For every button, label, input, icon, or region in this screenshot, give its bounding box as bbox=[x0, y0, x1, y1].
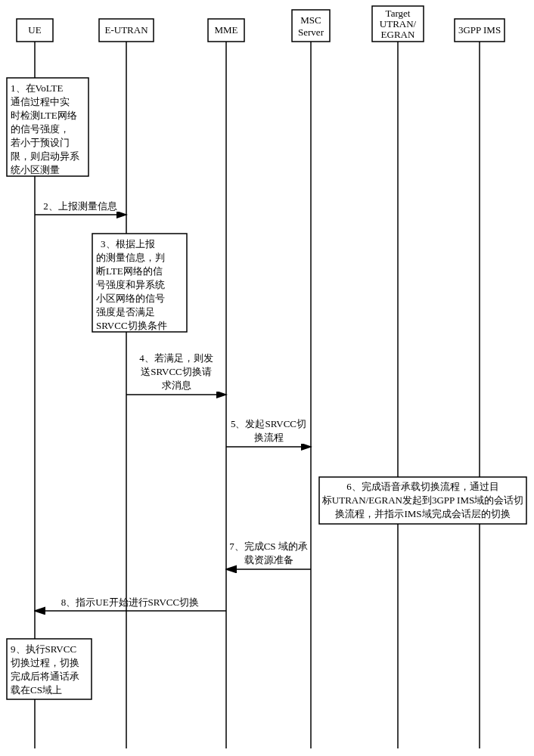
event-7-label-2: 载资源准备 bbox=[244, 554, 293, 565]
svg-text:统小区测量: 统小区测量 bbox=[11, 164, 60, 175]
event-9: 9、执行SRVCC 切换过程，切换 完成后将通话承 载在CS域上 bbox=[7, 639, 92, 699]
svg-text:强度是否满足: 强度是否满足 bbox=[96, 306, 155, 318]
svg-text:1、在VoLTE: 1、在VoLTE bbox=[11, 82, 63, 94]
svg-text:通信过程中实: 通信过程中实 bbox=[11, 96, 70, 107]
svg-text:SRVCC切换条件: SRVCC切换条件 bbox=[96, 320, 167, 331]
actor-mme-label: MME bbox=[214, 24, 238, 36]
event-3: 3、根据上报 的测量信息，判 断LTE网络的信 号强度和异系统 小区网络的信号 … bbox=[92, 234, 187, 332]
event-4: 4、若满足，则发 送SRVCC切换请 求消息 bbox=[126, 352, 226, 395]
event-7-label-1: 7、完成CS 域的承 bbox=[229, 541, 308, 552]
svg-text:的信号强度，: 的信号强度， bbox=[11, 123, 70, 135]
actor-ims-label: 3GPP IMS bbox=[458, 24, 501, 36]
actor-eutran-label: E-UTRAN bbox=[104, 24, 148, 36]
svg-text:若小于预设门: 若小于预设门 bbox=[11, 137, 70, 148]
svg-text:断LTE网络的信: 断LTE网络的信 bbox=[96, 265, 163, 277]
actor-ue-label: UE bbox=[28, 24, 41, 36]
event-6-label-3: 换流程，并指示IMS域完成会话层的切换 bbox=[335, 508, 510, 519]
svg-text:载在CS域上: 载在CS域上 bbox=[11, 684, 62, 696]
svg-text:的测量信息，判: 的测量信息，判 bbox=[96, 252, 165, 263]
svg-text:号强度和异系统: 号强度和异系统 bbox=[96, 279, 165, 290]
event-2-label: 2、上报测量信息 bbox=[43, 200, 117, 212]
svg-text:小区网络的信号: 小区网络的信号 bbox=[96, 293, 165, 304]
event-8-label: 8、指示UE开始进行SRVCC切换 bbox=[61, 596, 199, 608]
actor-target: Target UTRAN/ EGRAN bbox=[372, 6, 424, 748]
actor-msc: MSC Server bbox=[292, 10, 330, 748]
actor-msc-label-1: MSC bbox=[300, 14, 321, 26]
svg-text:完成后将通话承: 完成后将通话承 bbox=[11, 671, 79, 682]
event-5-label-1: 5、发起SRVCC切 bbox=[231, 418, 306, 429]
event-6-label-1: 6、完成语音承载切换流程，通过目 bbox=[346, 481, 499, 492]
event-7: 7、完成CS 域的承 载资源准备 bbox=[226, 541, 311, 569]
actor-msc-label-2: Server bbox=[298, 26, 324, 38]
event-4-label-3: 求消息 bbox=[162, 380, 191, 391]
event-6: 6、完成语音承载切换流程，通过目 标UTRAN/EGRAN发起到3GPP IMS… bbox=[319, 477, 526, 524]
event-2: 2、上报测量信息 bbox=[35, 200, 126, 215]
actor-target-label-1: Target bbox=[386, 8, 411, 19]
svg-text:限，则启动异系: 限，则启动异系 bbox=[11, 150, 79, 162]
svg-text:9、执行SRVCC: 9、执行SRVCC bbox=[11, 643, 76, 655]
actor-target-label-2: UTRAN/ bbox=[380, 18, 417, 29]
actor-target-label-3: EGRAN bbox=[381, 29, 415, 40]
event-4-label-1: 4、若满足，则发 bbox=[139, 352, 213, 364]
actor-ims: 3GPP IMS bbox=[455, 19, 505, 748]
event-5: 5、发起SRVCC切 换流程 bbox=[226, 418, 311, 447]
event-4-label-2: 送SRVCC切换请 bbox=[141, 366, 212, 377]
svg-text:切换过程，切换: 切换过程，切换 bbox=[11, 657, 79, 668]
event-5-label-2: 换流程 bbox=[254, 432, 284, 443]
actor-mme: MME bbox=[208, 19, 244, 748]
event-8: 8、指示UE开始进行SRVCC切换 bbox=[35, 596, 226, 611]
actor-eutran: E-UTRAN bbox=[99, 19, 154, 748]
event-1: 1、在VoLTE 通信过程中实 时检测LTE网络 的信号强度， 若小于预设门 限… bbox=[7, 78, 88, 176]
event-6-label-2: 标UTRAN/EGRAN发起到3GPP IMS域的会话切 bbox=[321, 494, 523, 506]
svg-text:3、根据上报: 3、根据上报 bbox=[101, 238, 155, 249]
svg-text:时检测LTE网络: 时检测LTE网络 bbox=[11, 110, 77, 121]
